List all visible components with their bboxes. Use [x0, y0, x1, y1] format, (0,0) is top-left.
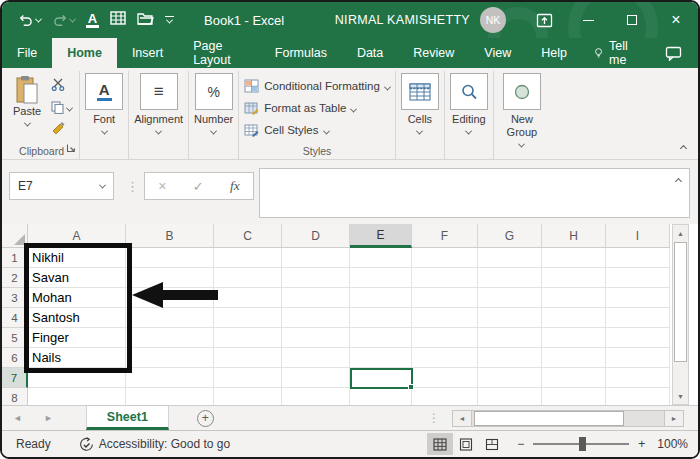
- font-menu-button[interactable]: A Font: [85, 73, 123, 135]
- cut-button[interactable]: [51, 77, 72, 95]
- editing-menu-button[interactable]: Editing: [450, 73, 488, 135]
- close-button[interactable]: ×: [654, 2, 698, 38]
- zoom-slider-thumb[interactable]: [579, 437, 586, 451]
- conditional-formatting-icon: [244, 79, 259, 93]
- active-cell-e7[interactable]: [350, 368, 413, 389]
- collapse-ribbon-icon[interactable]: [680, 145, 687, 152]
- status-mode: Ready: [16, 437, 51, 451]
- format-as-table-button[interactable]: Format as Table: [244, 97, 356, 119]
- next-sheet-icon[interactable]: ►: [33, 406, 64, 430]
- editing-group: Editing: [445, 71, 494, 159]
- feedback-icon[interactable]: [649, 38, 698, 68]
- undo-button[interactable]: [18, 13, 41, 28]
- vertical-scroll-thumb[interactable]: [674, 242, 687, 362]
- conditional-formatting-button[interactable]: Conditional Formatting: [244, 75, 390, 97]
- conditional-formatting-dropdown-icon: [384, 83, 391, 90]
- prev-sheet-icon[interactable]: ◄: [2, 406, 33, 430]
- tab-page-layout[interactable]: Page Layout: [178, 38, 260, 68]
- tab-insert[interactable]: Insert: [117, 38, 178, 68]
- borders-grid-icon[interactable]: [110, 11, 126, 29]
- undo-dropdown-icon[interactable]: [35, 15, 42, 22]
- normal-view-button[interactable]: [427, 433, 453, 455]
- format-painter-button[interactable]: [51, 120, 72, 138]
- copy-button[interactable]: [51, 101, 72, 114]
- column-header-i[interactable]: I: [606, 224, 670, 248]
- zoom-level[interactable]: 100%: [657, 437, 688, 451]
- customize-qat-icon[interactable]: [165, 16, 174, 24]
- horizontal-scroll-thumb[interactable]: [474, 411, 624, 426]
- tab-home[interactable]: Home: [52, 38, 117, 68]
- avatar[interactable]: NK: [480, 7, 506, 33]
- clipboard-icon: [14, 75, 40, 105]
- paste-button[interactable]: Paste: [13, 75, 41, 127]
- row-header-8[interactable]: 8: [2, 388, 28, 405]
- magnifier-icon: [460, 83, 478, 101]
- maximize-button[interactable]: [610, 2, 654, 38]
- clipboard-dialog-launcher-icon[interactable]: [66, 139, 76, 157]
- alignment-menu-button[interactable]: ≡ Alignment: [134, 73, 183, 135]
- accessibility-status[interactable]: Accessibility: Good to go: [79, 437, 230, 452]
- redo-button[interactable]: [52, 13, 75, 28]
- window-controls: ×: [522, 2, 698, 38]
- zoom-slider[interactable]: [533, 443, 629, 445]
- new-group-button[interactable]: New Group: [499, 73, 545, 148]
- tab-data[interactable]: Data: [342, 38, 398, 68]
- scroll-up-icon[interactable]: ▲: [673, 225, 688, 241]
- format-as-table-dropdown-icon: [350, 105, 357, 112]
- cells-menu-button[interactable]: Cells: [401, 73, 439, 135]
- alignment-icon: ≡: [154, 82, 164, 102]
- paste-dropdown-icon[interactable]: [24, 120, 31, 127]
- copy-dropdown-icon[interactable]: [66, 105, 73, 112]
- column-header-g[interactable]: G: [478, 224, 542, 248]
- horizontal-scrollbar[interactable]: ◄ ►: [452, 410, 684, 427]
- column-header-f[interactable]: F: [412, 224, 478, 248]
- font-icon: A: [99, 81, 110, 98]
- formula-input[interactable]: [259, 168, 690, 218]
- column-header-c[interactable]: C: [214, 224, 282, 248]
- scroll-right-icon[interactable]: ►: [664, 410, 684, 427]
- redo-dropdown-icon[interactable]: [69, 15, 76, 22]
- tab-help[interactable]: Help: [526, 38, 582, 68]
- name-box[interactable]: E7: [9, 172, 114, 200]
- alignment-group: ≡ Alignment: [129, 71, 189, 159]
- title-bar: A Book1 - Excel NIRMAL KAMISHETTY NK ×: [2, 2, 698, 38]
- fill-handle[interactable]: [408, 384, 414, 390]
- enter-icon[interactable]: ✓: [193, 179, 204, 194]
- collapse-formula-bar-icon[interactable]: [675, 178, 682, 185]
- tell-me[interactable]: Tell me: [582, 38, 649, 68]
- column-header-d[interactable]: D: [282, 224, 350, 248]
- cell-styles-button[interactable]: Cell Styles: [244, 119, 328, 141]
- ribbon-display-options-icon[interactable]: [522, 2, 566, 38]
- cancel-icon[interactable]: ×: [158, 178, 166, 194]
- page-layout-view-button[interactable]: [453, 433, 479, 455]
- sheet-tab-sheet1[interactable]: Sheet1: [86, 406, 169, 430]
- tab-review[interactable]: Review: [398, 38, 469, 68]
- tab-formulas[interactable]: Formulas: [260, 38, 342, 68]
- name-box-dropdown-icon[interactable]: [99, 181, 106, 188]
- scroll-left-icon[interactable]: ◄: [452, 410, 472, 427]
- cells-table-icon: [409, 82, 431, 102]
- accessibility-icon: [79, 437, 94, 452]
- minimize-button[interactable]: [566, 2, 610, 38]
- editing-dropdown-icon: [465, 128, 472, 135]
- cells-group: Cells: [396, 71, 445, 159]
- zoom-out-icon[interactable]: −: [517, 437, 524, 451]
- vertical-scrollbar[interactable]: ▲ ▼: [672, 224, 689, 405]
- tab-file[interactable]: File: [2, 38, 52, 68]
- zoom-control: − +: [517, 437, 645, 451]
- font-color-icon[interactable]: A: [86, 13, 99, 28]
- open-folder-icon[interactable]: [137, 11, 154, 29]
- scroll-down-icon[interactable]: ▼: [673, 388, 688, 404]
- column-header-e[interactable]: E: [350, 224, 412, 248]
- percent-icon: %: [207, 84, 219, 100]
- number-menu-button[interactable]: % Number: [194, 73, 233, 135]
- page-break-view-button[interactable]: [479, 433, 505, 455]
- column-header-h[interactable]: H: [542, 224, 606, 248]
- zoom-in-icon[interactable]: +: [638, 437, 645, 451]
- insert-function-icon[interactable]: fx: [230, 178, 240, 194]
- column-header-b[interactable]: B: [126, 224, 214, 248]
- new-sheet-button[interactable]: +: [197, 410, 214, 427]
- sheet-grid[interactable]: A B C D E F G H I 1 2 3 4 5 6 7 8: [2, 224, 698, 405]
- tab-view[interactable]: View: [469, 38, 526, 68]
- new-group: New Group: [494, 71, 550, 159]
